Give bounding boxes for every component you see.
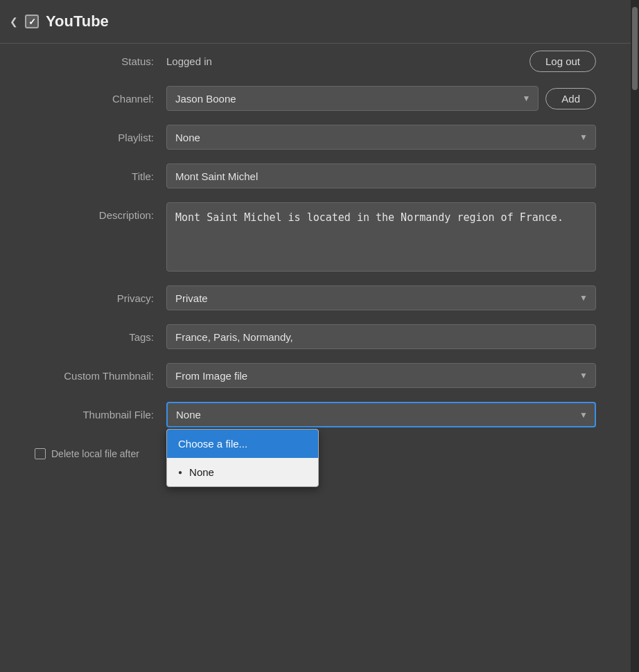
custom-thumbnail-field-area: From Image file None ▼	[166, 363, 596, 388]
collapse-chevron-icon[interactable]: ❮	[10, 16, 18, 27]
description-row: Description: Mont Saint Michel is locate…	[21, 202, 618, 272]
youtube-panel: ❮ YouTube Status: Logged in Log out Chan…	[0, 0, 639, 672]
thumbnail-file-field-area: None ▼ Choose a file... None	[166, 402, 596, 427]
delete-file-checkbox[interactable]	[35, 448, 46, 459]
youtube-enable-checkbox[interactable]	[25, 15, 39, 28]
playlist-row: Playlist: None ▼	[21, 125, 618, 150]
custom-thumbnail-row: Custom Thumbnail: From Image file None ▼	[21, 363, 618, 388]
description-field-area: Mont Saint Michel is located in the Norm…	[166, 202, 596, 272]
channel-field-area: Jason Boone ▼ Add	[166, 86, 596, 111]
thumbnail-file-row: Thumbnail File: None ▼ Choose a file... …	[21, 402, 618, 427]
channel-select[interactable]: Jason Boone	[166, 86, 539, 111]
delete-file-row: Delete local file after	[21, 441, 618, 459]
thumbnail-file-label: Thumbnail File:	[21, 409, 166, 421]
logout-button[interactable]: Log out	[529, 51, 596, 72]
privacy-label: Privacy:	[21, 292, 166, 304]
title-input[interactable]	[166, 163, 596, 188]
thumbnail-file-dropdown: Choose a file... None	[166, 429, 319, 487]
choose-file-label: Choose a file...	[178, 438, 247, 450]
choose-file-option[interactable]: Choose a file...	[167, 430, 318, 458]
tags-input[interactable]	[166, 324, 596, 349]
thumbnail-file-select[interactable]: None	[166, 402, 596, 427]
none-option[interactable]: None	[167, 458, 318, 486]
status-row: Status: Logged in Log out	[21, 51, 618, 72]
description-textarea[interactable]: Mont Saint Michel is located in the Norm…	[166, 202, 596, 272]
description-label: Description:	[21, 202, 166, 221]
status-field-area: Logged in Log out	[166, 51, 596, 72]
title-row: Title:	[21, 163, 618, 188]
none-label: None	[189, 466, 214, 478]
title-label: Title:	[21, 170, 166, 182]
privacy-select-wrapper: Private Public Unlisted ▼	[166, 285, 596, 310]
form-area: Status: Logged in Log out Channel: Jason…	[0, 44, 639, 473]
panel-title: YouTube	[46, 12, 109, 30]
title-field-area	[166, 163, 596, 188]
channel-select-wrapper: Jason Boone ▼	[166, 86, 539, 111]
channel-row: Channel: Jason Boone ▼ Add	[21, 86, 618, 111]
delete-file-label: Delete local file after	[51, 448, 139, 459]
channel-label: Channel:	[21, 93, 166, 105]
playlist-select[interactable]: None	[166, 125, 596, 150]
status-label: Status:	[21, 55, 166, 67]
playlist-label: Playlist:	[21, 132, 166, 143]
custom-thumbnail-label: Custom Thumbnail:	[21, 370, 166, 382]
custom-thumbnail-select-wrapper: From Image file None ▼	[166, 363, 596, 388]
custom-thumbnail-select[interactable]: From Image file None	[166, 363, 596, 388]
add-channel-button[interactable]: Add	[545, 88, 596, 109]
tags-field-area	[166, 324, 596, 349]
playlist-select-wrapper: None ▼	[166, 125, 596, 150]
tags-row: Tags:	[21, 324, 618, 349]
privacy-field-area: Private Public Unlisted ▼	[166, 285, 596, 310]
playlist-field-area: None ▼	[166, 125, 596, 150]
status-value: Logged in	[166, 55, 523, 67]
privacy-row: Privacy: Private Public Unlisted ▼	[21, 285, 618, 310]
tags-label: Tags:	[21, 331, 166, 343]
privacy-select[interactable]: Private Public Unlisted	[166, 285, 596, 310]
panel-header: ❮ YouTube	[0, 0, 639, 44]
thumbnail-file-select-wrapper: None ▼ Choose a file... None	[166, 402, 596, 427]
